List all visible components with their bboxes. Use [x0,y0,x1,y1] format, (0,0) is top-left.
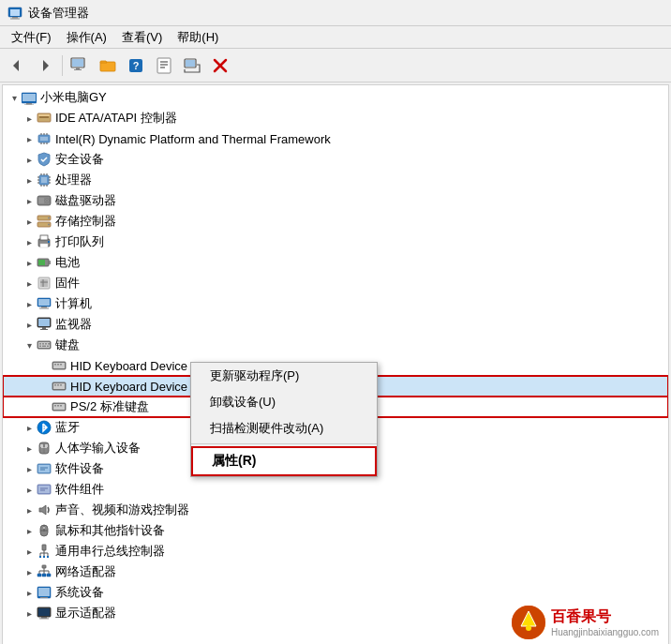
security-label: 安全设备 [55,151,104,168]
svg-marker-4 [13,60,19,71]
forward-button[interactable] [32,52,58,79]
tree-item-serial[interactable]: ▸ 通用串行总线控制器 [3,541,668,562]
svg-point-120 [43,527,45,529]
computer-toggle[interactable]: ▸ [22,296,37,311]
delete-button[interactable] [207,52,233,79]
svg-rect-3 [10,18,20,19]
ctx-update[interactable]: 更新驱动程序(P) [191,363,377,389]
sysdev-label: 系统设备 [55,584,104,601]
hid-toggle[interactable]: ▸ [22,441,37,456]
svg-rect-127 [39,556,41,558]
bluetooth-toggle[interactable]: ▸ [22,420,37,435]
svg-rect-80 [38,342,50,348]
mouse-toggle[interactable]: ▸ [22,523,37,538]
monitor-toggle[interactable]: ▸ [22,317,37,332]
svg-rect-107 [45,444,48,447]
menu-file[interactable]: 文件(F) [4,27,59,48]
tree-item-intel[interactable]: ▸ Intel(R) Dynamic Platform and Thermal … [3,128,668,149]
svg-rect-1 [10,9,20,16]
svg-rect-140 [38,588,50,596]
tree-item-sysdev[interactable]: ▸ 系统设备 [3,582,668,603]
tree-item-firmware[interactable]: ▸ 固件 [3,273,668,293]
computer-icon [37,296,52,311]
audio-toggle[interactable]: ▸ [22,502,37,517]
svg-rect-81 [39,343,41,345]
tree-item-cpu[interactable]: ▸ 处理器 [3,170,668,190]
tree-item-monitor[interactable]: ▸ 监视器 [3,314,668,335]
cpu-toggle[interactable]: ▸ [22,172,37,187]
tree-item-audio[interactable]: ▸ 声音、视频和游戏控制器 [3,500,668,520]
svg-rect-136 [37,574,41,577]
svg-rect-13 [157,58,171,73]
svg-rect-83 [45,343,47,345]
menu-view[interactable]: 查看(V) [114,27,170,48]
computer-button[interactable] [67,52,93,79]
tree-item-mouse[interactable]: ▸ 鼠标和其他指针设备 [3,520,668,541]
root-icon [22,90,37,105]
svg-rect-92 [60,364,62,366]
menu-action[interactable]: 操作(A) [59,27,114,48]
svg-rect-102 [60,405,62,407]
cpu-label: 处理器 [55,172,92,188]
display-toggle[interactable]: ▸ [22,606,37,621]
hid1-icon [52,358,67,373]
intel-toggle[interactable]: ▸ [22,131,37,146]
softcomp-toggle[interactable]: ▸ [22,482,37,497]
svg-point-148 [526,625,531,631]
tree-root[interactable]: ▾ 小米电脑GY [3,87,668,108]
keyboard-toggle[interactable]: ▾ [22,337,37,352]
disk-toggle[interactable]: ▸ [22,193,37,208]
hid-label: 人体学输入设备 [55,440,141,457]
help-button[interactable]: ? [123,52,149,79]
tree-item-print[interactable]: ▸ 打印队列 [3,232,668,252]
print-toggle[interactable]: ▸ [22,234,37,249]
svg-rect-144 [41,617,47,619]
software-icon [37,461,52,476]
svg-rect-95 [54,384,56,386]
tree-item-keyboard[interactable]: ▾ 键盘 [3,335,668,355]
firmware-label: 固件 [55,275,80,292]
ctx-uninstall[interactable]: 卸载设备(U) [191,389,377,415]
properties-button[interactable] [151,52,177,79]
svg-rect-90 [54,364,56,366]
display-label: 显示适配器 [55,605,116,622]
ctx-scan[interactable]: 扫描检测硬件改动(A) [191,415,377,442]
tree-item-network[interactable]: ▸ 网络适配器 [3,562,668,582]
ctx-properties[interactable]: 属性(R) [191,446,377,476]
back-button[interactable] [4,52,30,79]
battery-toggle[interactable]: ▸ [22,255,37,270]
tree-item-ide[interactable]: ▸ IDE ATA/ATAPI 控制器 [3,108,668,128]
svg-rect-121 [42,545,46,550]
main-content: ▾ 小米电脑GY ▸ IDE ATA [2,84,669,644]
folder-button[interactable] [95,52,121,79]
disk-icon [37,193,52,208]
hid2-label: HID Keyboard Device [70,380,187,394]
tree-item-storage[interactable]: ▸ 存储控制器 [3,211,668,232]
menu-bar: 文件(F) 操作(A) 查看(V) 帮助(H) [0,26,671,49]
tree-item-softcomp[interactable]: ▸ 软件组件 [3,479,668,500]
security-toggle[interactable]: ▸ [22,152,37,167]
sysdev-toggle[interactable]: ▸ [22,585,37,600]
tree-item-disk[interactable]: ▸ 磁盘驱动器 [3,190,668,211]
monitor-label: 监视器 [55,316,92,333]
mouse-label: 鼠标和其他指针设备 [55,522,165,539]
monitor-icon [37,317,52,332]
tree-item-computer[interactable]: ▸ 计算机 [3,293,668,314]
network-toggle[interactable]: ▸ [22,564,37,579]
firmware-icon [37,276,52,291]
svg-rect-78 [40,329,48,330]
sysdev-icon [37,585,52,600]
ide-toggle[interactable]: ▸ [22,111,37,126]
tree-item-security[interactable]: ▸ 安全设备 [3,149,668,170]
svg-point-58 [48,217,50,219]
menu-help[interactable]: 帮助(H) [170,27,226,48]
tree-item-battery[interactable]: ▸ 电池 [3,252,668,273]
update-button[interactable] [179,52,205,79]
root-toggle[interactable]: ▾ [7,90,22,105]
hid-icon [37,441,52,456]
hid2-icon [52,379,67,394]
serial-toggle[interactable]: ▸ [22,544,37,559]
firmware-toggle[interactable]: ▸ [22,276,37,291]
software-toggle[interactable]: ▸ [22,461,37,476]
storage-toggle[interactable]: ▸ [22,214,37,229]
